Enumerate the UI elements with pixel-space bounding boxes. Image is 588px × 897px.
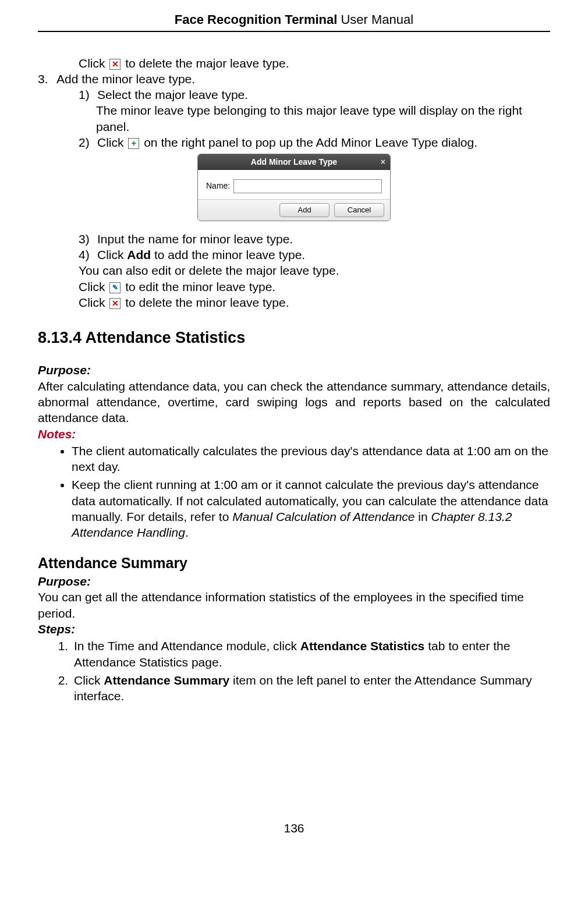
steps-label: Steps: (38, 621, 550, 637)
dialog-titlebar: Add Minor Leave Type × (198, 154, 390, 169)
section-heading-attendance-statistics: 8.13.4 Attendance Statistics (38, 328, 550, 348)
step2-a: Click (74, 673, 104, 687)
delete-icon: ✕ (109, 59, 121, 70)
step1-bold: Attendance Statistics (300, 639, 425, 653)
substep-3-4: 4) Click Add to add the minor leave type… (79, 247, 550, 263)
dialog-figure: Add Minor Leave Type × Name: Add Cancel (38, 154, 550, 225)
page-number: 136 (38, 820, 550, 836)
substep-3-2-a: Click (97, 136, 124, 149)
header-title-thin: User Manual (341, 12, 413, 27)
header-title-bold: Face Recognition Terminal (175, 12, 338, 27)
edit-icon: ✎ (109, 282, 121, 293)
substep-3-2-text: Click + on the right panel to pop up the… (97, 134, 550, 150)
line-click-edit-minor: Click ✎ to edit the minor leave type. (79, 279, 550, 295)
subheading-attendance-summary: Attendance Summary (38, 554, 550, 573)
step-3-text: Add the minor leave type. (56, 71, 550, 87)
substep-3-3-num: 3) (79, 231, 97, 247)
page-header: Face Recognition TerminalUser Manual (38, 12, 550, 32)
notes-label: Notes: (38, 426, 550, 442)
s34-b: to add the minor leave type. (151, 248, 305, 261)
substep-3-2-num: 2) (79, 134, 97, 150)
substep-3-2: 2) Click + on the right panel to pop up … (79, 134, 550, 150)
page-container: Face Recognition TerminalUser Manual Cli… (0, 0, 588, 848)
line-click-delete-major: Click ✕ to delete the major leave type. (79, 55, 550, 71)
notes-list: The client automatically calculates the … (38, 443, 550, 541)
s34-bold: Add (127, 248, 151, 261)
substep-3-1-text: Select the major leave type. (97, 87, 550, 102)
edit-a: Click (79, 280, 105, 293)
note2-b: in (415, 510, 431, 523)
summary-purpose-label: Purpose: (38, 573, 550, 589)
dialog-cancel-button[interactable]: Cancel (334, 203, 384, 218)
edit-b: to edit the minor leave type. (125, 280, 275, 293)
text-delete-major: to delete the major leave type. (125, 56, 289, 70)
del-a: Click (79, 296, 105, 309)
delete-icon-2: ✕ (109, 298, 121, 309)
name-label: Name: (206, 180, 230, 191)
substep-3-1-sub: The minor leave type belonging to this m… (96, 102, 550, 134)
step2-bold: Attendance Summary (104, 673, 229, 687)
purpose-body: After calculating attendance data, you c… (38, 378, 550, 426)
dialog-close-icon[interactable]: × (381, 157, 385, 167)
summary-step-2: Click Attendance Summary item on the lef… (72, 672, 550, 704)
note2-c: . (185, 526, 189, 539)
del-b: to delete the minor leave type. (125, 296, 289, 309)
summary-step-1: In the Time and Attendance module, click… (72, 638, 550, 670)
substep-3-2-b: on the right panel to pop up the Add Min… (144, 136, 477, 149)
step-3-row: 3. Add the minor leave type. (38, 71, 550, 87)
dialog-body: Name: (198, 170, 390, 199)
substep-3-3: 3) Input the name for minor leave type. (79, 231, 550, 247)
substep-3-1: 1) Select the major leave type. (79, 87, 550, 102)
substep-3-4-num: 4) (79, 247, 97, 263)
substep-3-1-num: 1) (79, 87, 97, 102)
substep-3-4-text: Click Add to add the minor leave type. (97, 247, 550, 263)
purpose-label: Purpose: (38, 362, 550, 378)
substep-3-3-text: Input the name for minor leave type. (97, 231, 550, 247)
step1-a: In the Time and Attendance module, click (74, 639, 300, 653)
name-field-row: Name: (206, 179, 382, 193)
dialog-add-button[interactable]: Add (279, 203, 330, 218)
note-2: Keep the client running at 1:00 am or it… (72, 477, 550, 540)
line-click-delete-minor: Click ✕ to delete the minor leave type. (79, 295, 550, 310)
dialog-title: Add Minor Leave Type (251, 157, 337, 166)
edit-delete-intro: You can also edit or delete the major le… (79, 263, 550, 278)
add-minor-leave-type-dialog: Add Minor Leave Type × Name: Add Cancel (197, 154, 391, 221)
note2-em1: Manual Calculation of Attendance (232, 510, 415, 523)
summary-steps: In the Time and Attendance module, click… (38, 638, 550, 704)
name-input[interactable] (233, 179, 382, 193)
step-3-number: 3. (38, 71, 56, 87)
s34-a: Click (97, 248, 127, 261)
dialog-button-bar: Add Cancel (198, 199, 390, 221)
add-icon: + (128, 138, 139, 149)
summary-purpose-body: You can get all the attendance informati… (38, 589, 550, 621)
note-1: The client automatically calculates the … (72, 443, 550, 475)
